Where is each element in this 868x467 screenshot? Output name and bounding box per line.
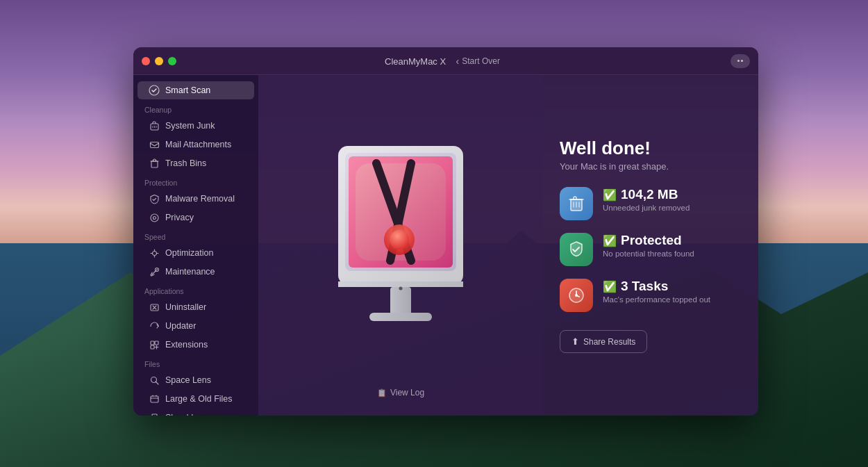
svg-point-0: [149, 85, 159, 95]
sidebar-item-malware-removal[interactable]: Malware Removal: [137, 190, 254, 208]
system-junk-icon: [149, 120, 160, 131]
more-options-button[interactable]: [731, 54, 750, 68]
svg-point-9: [153, 216, 156, 219]
updater-label: Updater: [165, 321, 196, 331]
title-bar: CleanMyMac X ‹ Start Over: [133, 47, 758, 75]
space-lens-label: Space Lens: [165, 375, 211, 385]
sidebar-item-shredder[interactable]: Shredder: [137, 409, 254, 416]
mail-attachments-label: Mail Attachments: [165, 140, 231, 149]
sidebar-item-uninstaller[interactable]: Uninstaller: [137, 298, 254, 316]
shredder-label: Shredder: [165, 413, 201, 416]
tasks-result-item: ✅ 3 Tasks Mac's performance topped out: [560, 279, 742, 312]
junk-icon: [560, 187, 593, 220]
sidebar-item-smart-scan[interactable]: Smart Scan: [137, 81, 254, 99]
svg-rect-5: [150, 142, 158, 147]
maintenance-label: Maintenance: [165, 267, 215, 277]
main-content: Smart Scan Cleanup System Junk: [133, 75, 758, 416]
svg-rect-17: [151, 396, 158, 402]
applications-section-label: Applications: [133, 281, 258, 297]
chevron-left-icon: ‹: [456, 56, 460, 67]
svg-point-10: [152, 251, 156, 255]
extensions-label: Extensions: [165, 340, 208, 350]
check-icon: ✅: [603, 234, 617, 247]
check-icon: ✅: [603, 188, 617, 202]
svg-rect-29: [390, 287, 411, 315]
svg-rect-30: [369, 313, 432, 321]
window-title: CleanMyMac X ‹ Start Over: [176, 56, 708, 67]
shredder-icon: [149, 412, 160, 416]
junk-result-value-row: ✅ 104,2 MB: [603, 187, 742, 202]
space-lens-icon: [149, 375, 160, 386]
protection-result-value-row: ✅ Protected: [603, 233, 742, 248]
protection-result-text: ✅ Protected No potential threats found: [603, 233, 742, 258]
svg-rect-6: [151, 161, 158, 167]
protection-result-desc: No potential threats found: [603, 249, 742, 258]
junk-result-value: 104,2 MB: [621, 187, 678, 202]
sidebar: Smart Scan Cleanup System Junk: [133, 75, 258, 416]
junk-result-text: ✅ 104,2 MB Unneeded junk removed: [603, 187, 742, 212]
updater-icon: [149, 320, 160, 331]
large-files-icon: [149, 393, 160, 404]
tasks-result-value: 3 Tasks: [621, 279, 668, 294]
tasks-result-desc: Mac's performance topped out: [603, 295, 742, 304]
tasks-icon: [560, 279, 593, 312]
sidebar-item-optimization[interactable]: Optimization: [137, 244, 254, 262]
share-icon: ⬆: [571, 336, 579, 347]
traffic-lights: [142, 57, 176, 65]
title-bar-right: [708, 54, 750, 68]
app-window: CleanMyMac X ‹ Start Over: [133, 47, 758, 416]
minimize-button[interactable]: [155, 57, 163, 65]
sidebar-item-maintenance[interactable]: Maintenance: [137, 263, 254, 281]
sidebar-item-system-junk[interactable]: System Junk: [137, 117, 254, 135]
protection-icon: [560, 233, 593, 266]
log-icon: 📋: [377, 388, 387, 398]
svg-point-36: [575, 294, 578, 297]
smart-scan-label: Smart Scan: [165, 85, 210, 95]
sidebar-item-privacy[interactable]: Privacy: [137, 208, 254, 227]
content-area: 📋 View Log: [258, 75, 543, 416]
svg-point-27: [390, 230, 409, 249]
sidebar-item-trash-bins[interactable]: Trash Bins: [137, 154, 254, 172]
tasks-result-text: ✅ 3 Tasks Mac's performance topped out: [603, 279, 742, 304]
results-subtitle: Your Mac is in great shape.: [560, 161, 742, 172]
optimization-label: Optimization: [165, 248, 213, 258]
sidebar-item-extensions[interactable]: Extensions: [137, 336, 254, 354]
junk-result-item: ✅ 104,2 MB Unneeded junk removed: [560, 187, 742, 220]
share-results-button[interactable]: ⬆ Share Results: [560, 330, 647, 353]
large-old-files-label: Large & Old Files: [165, 394, 233, 404]
close-button[interactable]: [142, 57, 150, 65]
view-log-button[interactable]: 📋 View Log: [369, 384, 433, 402]
extensions-icon: [149, 339, 160, 350]
trash-bins-label: Trash Bins: [165, 158, 206, 168]
dot-icon: [741, 60, 743, 62]
trash-icon: [149, 158, 160, 169]
malware-removal-label: Malware Removal: [165, 194, 235, 204]
smart-scan-icon: [149, 85, 160, 96]
svg-point-31: [399, 287, 403, 290]
protection-result-value: Protected: [621, 233, 682, 248]
back-button[interactable]: ‹ Start Over: [456, 56, 500, 67]
dot-icon: [737, 60, 740, 62]
sidebar-item-mail-attachments[interactable]: Mail Attachments: [137, 136, 254, 154]
svg-point-8: [151, 214, 158, 222]
junk-result-desc: Unneeded junk removed: [603, 204, 742, 212]
svg-rect-14: [155, 341, 158, 345]
sidebar-item-space-lens[interactable]: Space Lens: [137, 371, 254, 389]
sidebar-item-large-old-files[interactable]: Large & Old Files: [137, 390, 254, 408]
check-icon: ✅: [603, 280, 617, 293]
tasks-result-value-row: ✅ 3 Tasks: [603, 279, 742, 294]
svg-rect-28: [338, 281, 463, 287]
system-junk-label: System Junk: [165, 121, 215, 131]
results-title: Well done!: [560, 138, 742, 159]
sidebar-item-updater[interactable]: Updater: [137, 317, 254, 335]
speed-section-label: Speed: [133, 227, 258, 243]
malware-icon: [149, 193, 160, 204]
imac-graphic: [310, 132, 491, 341]
results-header: Well done! Your Mac is in great shape.: [560, 138, 742, 172]
mac-illustration: [310, 89, 491, 384]
uninstaller-label: Uninstaller: [165, 302, 206, 312]
protection-section-label: Protection: [133, 173, 258, 189]
cleanup-section-label: Cleanup: [133, 100, 258, 116]
svg-rect-13: [151, 341, 154, 345]
maximize-button[interactable]: [168, 57, 176, 65]
